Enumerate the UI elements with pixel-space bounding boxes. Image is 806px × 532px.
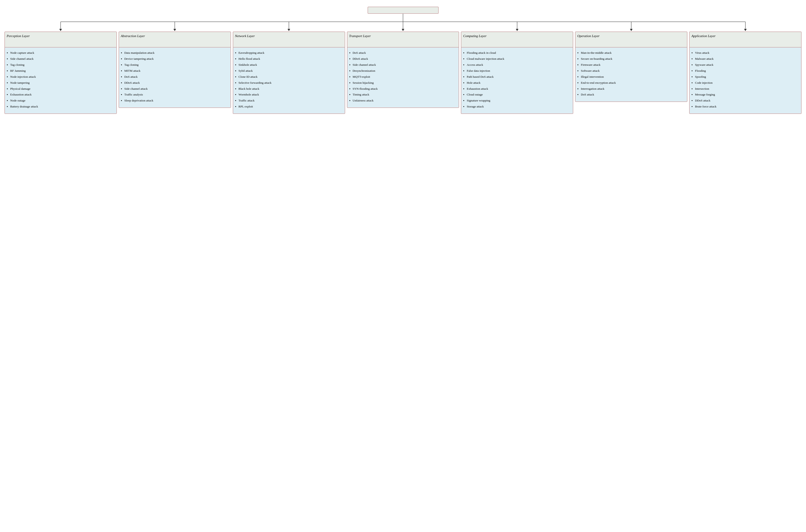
list-item: Man-in-the-middle attack (581, 51, 685, 55)
attack-list-perception: Node capture attackSide channel attackTa… (6, 51, 115, 109)
list-item: Eavesdropping attack (239, 51, 343, 55)
layer-body-abstraction: Data manipulation attackDevice tampering… (119, 48, 230, 108)
layer-header-network: Network Layer (233, 32, 345, 48)
connector-svg (4, 14, 802, 32)
list-item: Side channel attack (10, 57, 115, 61)
list-item: Clone ID attack (239, 75, 343, 79)
layer-header-operation: Operation Layer (576, 32, 687, 48)
layer-header-application: Application Layer (690, 32, 801, 48)
list-item: Software attack (581, 69, 685, 73)
list-item: DDoS attack (695, 98, 799, 103)
list-item: DoS attack (353, 51, 457, 55)
list-item: Data manipulation attack (124, 51, 229, 55)
list-item: Traffic attack (239, 98, 343, 103)
attack-list-application: Virus attackMalware attackSpyware attack… (691, 51, 799, 109)
svg-marker-7 (288, 29, 290, 31)
layer-body-network: Eavesdropping attackHello flood attackSi… (233, 48, 345, 113)
list-item: Node tampering (10, 81, 115, 85)
list-item: Interrogation attack (581, 87, 685, 91)
list-item: Code injection (695, 81, 799, 85)
layer-header-transport: Transport Layer (348, 32, 459, 48)
list-item: Cloud outage (467, 92, 571, 97)
list-item: Session hijacking (353, 81, 457, 85)
list-item: Traffic analysis (124, 92, 229, 97)
list-item: Side channel attack (124, 87, 229, 91)
layer-column-network: Network LayerEavesdropping attackHello f… (233, 32, 345, 114)
list-item: MITM attack (124, 69, 229, 73)
list-item: Sinkhole attack (239, 63, 343, 67)
list-item: Spoofing (695, 75, 799, 79)
attack-list-transport: DoS attackDDoS attackSide channel attack… (348, 51, 457, 103)
layer-header-perception: Perception Layer (5, 32, 116, 48)
svg-marker-9 (402, 29, 405, 31)
list-item: Wormhole attack (239, 92, 343, 97)
list-item: Secure on-boarding attack (581, 57, 685, 61)
list-item: Node outage (10, 98, 115, 103)
list-item: Access attack (467, 63, 571, 67)
columns-row: Perception LayerNode capture attackSide … (4, 32, 802, 114)
list-item: Sybil attack (239, 69, 343, 73)
list-item: Tag cloning (10, 63, 115, 67)
list-item: SYN-flooding attack (353, 87, 457, 91)
layer-column-computing: Computing LayerFlooding attack in cloudC… (461, 32, 573, 114)
list-item: Selective forwarding attack (239, 81, 343, 85)
list-item: Tag cloning (124, 63, 229, 67)
list-item: Timing attack (353, 92, 457, 97)
list-item: DoS attack (581, 92, 685, 97)
list-item: Intersection (695, 87, 799, 91)
list-item: Sleep deprivation attack (124, 98, 229, 103)
layer-body-perception: Node capture attackSide channel attackTa… (5, 48, 116, 113)
list-item: False data injection (467, 69, 571, 73)
list-item: Device tampering attack (124, 57, 229, 61)
list-item: Hello flood attack (239, 57, 343, 61)
layer-column-abstraction: Abstraction LayerData manipulation attac… (118, 32, 231, 108)
list-item: Exhaustion attack (467, 87, 571, 91)
root-node (368, 7, 439, 14)
list-item: MQTT-exploit (353, 75, 457, 79)
list-item: Battery drainage attack (10, 104, 115, 109)
svg-marker-15 (744, 29, 747, 31)
layer-header-abstraction: Abstraction Layer (119, 32, 230, 48)
attack-list-operation: Man-in-the-middle attackSecure on-boardi… (576, 51, 685, 97)
list-item: Side channel attack (353, 63, 457, 67)
svg-marker-13 (630, 29, 633, 31)
list-item: Black hole attack (239, 87, 343, 91)
list-item: RPL exploit (239, 104, 343, 109)
attack-list-computing: Flooding attack in cloudCloud malware in… (462, 51, 571, 109)
list-item: Storage attack (467, 104, 571, 109)
list-item: Desynchronization (353, 69, 457, 73)
list-item: DoS attack (124, 75, 229, 79)
layer-column-perception: Perception LayerNode capture attackSide … (4, 32, 117, 114)
layer-body-operation: Man-in-the-middle attackSecure on-boardi… (576, 48, 687, 101)
list-item: Node capture attack (10, 51, 115, 55)
list-item: DDoS attack (353, 57, 457, 61)
svg-marker-11 (516, 29, 518, 31)
list-item: Illegal intervention (581, 75, 685, 79)
list-item: RF Jamming (10, 69, 115, 73)
list-item: Exhaustion attack (10, 92, 115, 97)
attack-list-network: Eavesdropping attackHello flood attackSi… (234, 51, 343, 109)
list-item: Virus attack (695, 51, 799, 55)
list-item: Node injection attack (10, 75, 115, 79)
list-item: Unfairness attack (353, 98, 457, 103)
list-item: Flooding attack in cloud (467, 51, 571, 55)
svg-marker-5 (173, 29, 176, 31)
layer-column-transport: Transport LayerDoS attackDDoS attackSide… (347, 32, 459, 108)
layer-column-application: Application LayerVirus attackMalware att… (689, 32, 802, 114)
connector-area (4, 14, 802, 32)
list-item: Signature wrapping (467, 98, 571, 103)
layer-column-operation: Operation LayerMan-in-the-middle attackS… (575, 32, 688, 102)
list-item: Brute force attack (695, 104, 799, 109)
layer-body-application: Virus attackMalware attackSpyware attack… (690, 48, 801, 113)
list-item: Physical damage (10, 87, 115, 91)
list-item: Firmware attack (581, 63, 685, 67)
list-item: Cloud malware injection attack (467, 57, 571, 61)
list-item: Spyware attack (695, 63, 799, 67)
list-item: End-to-end encryption attack (581, 81, 685, 85)
layer-body-computing: Flooding attack in cloudCloud malware in… (461, 48, 573, 113)
list-item: Malware attack (695, 57, 799, 61)
list-item: Flooding (695, 69, 799, 73)
list-item: DDoS attack (124, 81, 229, 85)
list-item: Message forging (695, 92, 799, 97)
layer-body-transport: DoS attackDDoS attackSide channel attack… (348, 48, 459, 108)
